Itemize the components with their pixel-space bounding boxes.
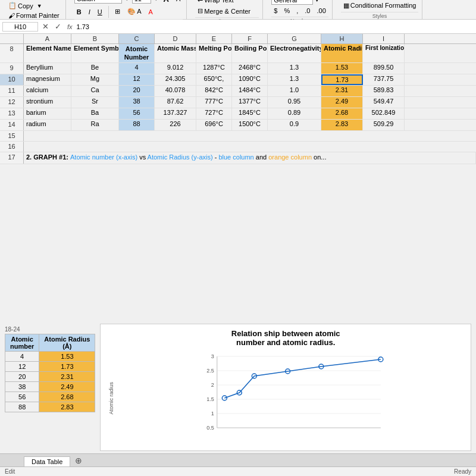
cell-f10[interactable]: 1090°C [232, 74, 268, 85]
bold-button[interactable]: B [74, 7, 84, 17]
cell-g9[interactable]: 1.3 [268, 63, 321, 74]
cell-f14[interactable]: 1500°C [232, 120, 268, 130]
cell-e13[interactable]: 727°C [196, 108, 232, 119]
cell-b12[interactable]: Sr [71, 97, 119, 108]
cell-e11[interactable]: 842°C [196, 86, 232, 96]
merge-center-button[interactable]: ⊟ Merge & Center [195, 6, 253, 16]
fill-color-button[interactable]: 🎨 A [125, 7, 144, 17]
cell-e14[interactable]: 696°C [196, 120, 232, 130]
number-format-dropdown[interactable]: ▼ [314, 0, 320, 3]
conditional-formatting-button[interactable]: ▦ Conditional Formatting [341, 1, 419, 11]
cell-d11[interactable]: 40.078 [155, 86, 196, 96]
data-table-tab[interactable]: Data Table [24, 456, 70, 466]
mini-cell-num-2[interactable]: 12 [5, 362, 39, 372]
cell-e8[interactable]: Melting Point (°C) [196, 44, 232, 62]
cell-f11[interactable]: 1484°C [232, 86, 268, 96]
cell-h8[interactable]: Atomic Radius (Å) [321, 44, 363, 62]
cell-d9[interactable]: 9.012 [155, 63, 196, 74]
formula-cancel[interactable]: ✕ [40, 22, 51, 31]
cell-h9[interactable]: 1.53 [321, 63, 363, 74]
cell-g8[interactable]: Electronegativity Value [268, 44, 321, 62]
cell-c9[interactable]: 4 [119, 63, 155, 74]
cell-b13[interactable]: Ba [71, 108, 119, 119]
cell-f9[interactable]: 2468°C [232, 63, 268, 74]
cell-b8[interactable]: Element Symbol [71, 44, 119, 62]
col-header-d[interactable]: D [155, 34, 196, 43]
formula-input[interactable] [77, 23, 474, 30]
mini-cell-num-6[interactable]: 88 [5, 402, 39, 412]
mini-cell-num-1[interactable]: 4 [5, 352, 39, 362]
cell-f12[interactable]: 1377°C [232, 97, 268, 108]
mini-cell-radius-2[interactable]: 1.73 [39, 362, 95, 372]
cell-reference[interactable] [2, 22, 38, 32]
cell-h11[interactable]: 2.31 [321, 86, 363, 96]
cell-e9[interactable]: 1287°C [196, 63, 232, 74]
decrease-decimal-button[interactable]: .0 [302, 6, 312, 15]
font-name-input[interactable] [74, 0, 122, 4]
font-name-dropdown[interactable]: ▼ [124, 0, 130, 2]
cell-a11[interactable]: calcium [24, 86, 71, 96]
col-header-i[interactable]: I [363, 34, 405, 43]
cell-h14[interactable]: 2.83 [321, 120, 363, 130]
col-header-g[interactable]: G [268, 34, 321, 43]
cell-i13[interactable]: 502.849 [363, 108, 405, 119]
mini-cell-num-5[interactable]: 56 [5, 392, 39, 402]
col-header-e[interactable]: E [196, 34, 232, 43]
border-button[interactable]: ⊞ [112, 7, 123, 17]
decrease-font-button[interactable]: A [174, 0, 183, 4]
cell-d13[interactable]: 137.327 [155, 108, 196, 119]
cell-b14[interactable]: Ra [71, 120, 119, 130]
cell-a8[interactable]: Element Name [24, 44, 71, 62]
cell-e12[interactable]: 777°C [196, 97, 232, 108]
cell-b11[interactable]: Ca [71, 86, 119, 96]
mini-cell-radius-6[interactable]: 2.83 [39, 402, 95, 412]
mini-cell-num-4[interactable]: 38 [5, 382, 39, 392]
cell-g11[interactable]: 1.0 [268, 86, 321, 96]
font-size-dropdown[interactable]: ▼ [154, 0, 159, 2]
col-header-a[interactable]: A [24, 34, 71, 43]
col-header-h[interactable]: H [321, 34, 363, 43]
cell-a12[interactable]: strontium [24, 97, 71, 108]
cell-a9[interactable]: Beryllium [24, 63, 71, 74]
cell-a10[interactable]: magnesium [24, 74, 71, 85]
graph-label-cell[interactable]: 2. GRAPH #1: Atomic number (x-axis) vs A… [24, 152, 476, 164]
cell-f13[interactable]: 1845°C [232, 108, 268, 119]
cell-d14[interactable]: 226 [155, 120, 196, 130]
comma-button[interactable]: , [294, 6, 300, 15]
cell-c11[interactable]: 20 [119, 86, 155, 96]
cell-c8[interactable]: Atomic Number [119, 44, 155, 62]
cell-h10[interactable]: 1.73 [321, 74, 363, 85]
font-size-input[interactable] [132, 0, 151, 4]
cell-c14[interactable]: 88 [119, 120, 155, 130]
cell-i10[interactable]: 737.75 [363, 74, 405, 85]
dollar-button[interactable]: $ [271, 6, 280, 15]
copy-button[interactable]: 📋 Copy [6, 1, 36, 11]
cell-a14[interactable]: radium [24, 120, 71, 130]
increase-font-button[interactable]: A [161, 0, 171, 5]
cell-i11[interactable]: 589.83 [363, 86, 405, 96]
cell-d10[interactable]: 24.305 [155, 74, 196, 85]
mini-cell-radius-4[interactable]: 2.49 [39, 382, 95, 392]
cell-a13[interactable]: barium [24, 108, 71, 119]
col-header-b[interactable]: B [71, 34, 119, 43]
mini-cell-radius-1[interactable]: 1.53 [39, 352, 95, 362]
cell-d8[interactable]: Atomic Mass (amu) [155, 44, 196, 62]
cell-b9[interactable]: Be [71, 63, 119, 74]
mini-cell-num-3[interactable]: 20 [5, 372, 39, 382]
cell-i14[interactable]: 509.29 [363, 120, 405, 130]
cell-h12[interactable]: 2.49 [321, 97, 363, 108]
wrap-text-button[interactable]: ⇌ Wrap Text [195, 0, 236, 5]
cell-d12[interactable]: 87.62 [155, 97, 196, 108]
formula-confirm[interactable]: ✓ [53, 22, 63, 31]
cell-c12[interactable]: 38 [119, 97, 155, 108]
mini-cell-radius-5[interactable]: 2.68 [39, 392, 95, 402]
add-sheet-button[interactable]: ⊕ [70, 455, 87, 466]
cell-g10[interactable]: 1.3 [268, 74, 321, 85]
font-color-button[interactable]: A [146, 7, 155, 17]
cell-i8[interactable]: First Ionization Energy [363, 44, 405, 62]
cell-c13[interactable]: 56 [119, 108, 155, 119]
format-painter-button[interactable]: 🖌 Format Painter [6, 11, 62, 20]
mini-cell-radius-3[interactable]: 2.31 [39, 372, 95, 382]
cell-g12[interactable]: 0.95 [268, 97, 321, 108]
cell-i9[interactable]: 899.50 [363, 63, 405, 74]
